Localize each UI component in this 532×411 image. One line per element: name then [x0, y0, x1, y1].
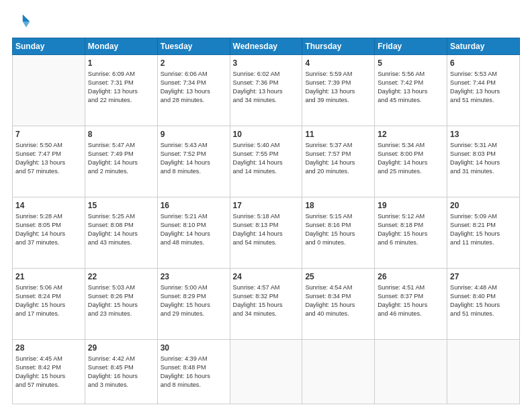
day-number: 18 [305, 200, 371, 211]
day-info: Sunrise: 4:39 AM Sunset: 8:48 PM Dayligh… [161, 355, 227, 390]
calendar-table: SundayMondayTuesdayWednesdayThursdayFrid… [12, 38, 520, 404]
day-info: Sunrise: 5:37 AM Sunset: 7:57 PM Dayligh… [305, 141, 371, 176]
calendar-cell: 19Sunrise: 5:12 AM Sunset: 8:18 PM Dayli… [375, 197, 447, 268]
day-number: 15 [88, 200, 154, 211]
calendar-cell: 6Sunrise: 5:53 AM Sunset: 7:44 PM Daylig… [447, 55, 520, 126]
day-number: 2 [161, 58, 227, 68]
calendar-cell: 28Sunrise: 4:45 AM Sunset: 8:42 PM Dayli… [13, 339, 85, 404]
day-number: 10 [233, 129, 300, 140]
day-info: Sunrise: 4:48 AM Sunset: 8:40 PM Dayligh… [450, 283, 517, 318]
day-number: 22 [88, 271, 154, 282]
calendar-cell: 14Sunrise: 5:28 AM Sunset: 8:05 PM Dayli… [13, 197, 85, 268]
day-number: 19 [378, 200, 444, 211]
day-info: Sunrise: 5:00 AM Sunset: 8:29 PM Dayligh… [161, 283, 227, 318]
day-number: 6 [450, 58, 517, 68]
day-info: Sunrise: 5:56 AM Sunset: 7:42 PM Dayligh… [378, 70, 444, 105]
calendar-cell: 26Sunrise: 4:51 AM Sunset: 8:37 PM Dayli… [375, 268, 447, 339]
day-info: Sunrise: 5:50 AM Sunset: 7:47 PM Dayligh… [15, 141, 82, 176]
week-row-1: 1Sunrise: 6:09 AM Sunset: 7:31 PM Daylig… [13, 55, 520, 126]
day-number: 28 [15, 342, 82, 353]
week-row-5: 28Sunrise: 4:45 AM Sunset: 8:42 PM Dayli… [13, 339, 520, 404]
svg-marker-1 [23, 21, 30, 28]
day-number: 30 [161, 342, 227, 353]
day-number: 17 [233, 200, 300, 211]
weekday-header-row: SundayMondayTuesdayWednesdayThursdayFrid… [13, 38, 520, 55]
day-info: Sunrise: 5:06 AM Sunset: 8:24 PM Dayligh… [15, 283, 82, 318]
calendar-cell: 25Sunrise: 4:54 AM Sunset: 8:34 PM Dayli… [302, 268, 375, 339]
calendar-cell [447, 339, 520, 404]
week-row-3: 14Sunrise: 5:28 AM Sunset: 8:05 PM Dayli… [13, 197, 520, 268]
day-info: Sunrise: 5:47 AM Sunset: 7:49 PM Dayligh… [88, 141, 154, 176]
calendar-cell: 29Sunrise: 4:42 AM Sunset: 8:45 PM Dayli… [85, 339, 157, 404]
day-number: 16 [161, 200, 227, 211]
day-number: 3 [233, 58, 300, 68]
calendar-cell: 24Sunrise: 4:57 AM Sunset: 8:32 PM Dayli… [230, 268, 302, 339]
calendar-cell: 16Sunrise: 5:21 AM Sunset: 8:10 PM Dayli… [157, 197, 230, 268]
weekday-header-friday: Friday [375, 38, 447, 55]
day-info: Sunrise: 4:42 AM Sunset: 8:45 PM Dayligh… [88, 355, 154, 390]
calendar-cell: 4Sunrise: 5:59 AM Sunset: 7:39 PM Daylig… [302, 55, 375, 126]
page: SundayMondayTuesdayWednesdayThursdayFrid… [0, 0, 532, 411]
day-info: Sunrise: 5:12 AM Sunset: 8:18 PM Dayligh… [378, 212, 444, 247]
calendar-cell: 18Sunrise: 5:15 AM Sunset: 8:16 PM Dayli… [302, 197, 375, 268]
day-info: Sunrise: 5:53 AM Sunset: 7:44 PM Dayligh… [450, 70, 517, 105]
weekday-header-saturday: Saturday [447, 38, 520, 55]
day-info: Sunrise: 5:15 AM Sunset: 8:16 PM Dayligh… [305, 212, 371, 247]
day-number: 4 [305, 58, 371, 68]
day-info: Sunrise: 4:54 AM Sunset: 8:34 PM Dayligh… [305, 283, 371, 318]
logo [12, 12, 34, 31]
day-number: 29 [88, 342, 154, 353]
day-number: 25 [305, 271, 371, 282]
day-number: 1 [88, 58, 154, 68]
weekday-header-wednesday: Wednesday [230, 38, 302, 55]
calendar-cell [13, 55, 85, 126]
week-row-2: 7Sunrise: 5:50 AM Sunset: 7:47 PM Daylig… [13, 126, 520, 197]
calendar-cell: 11Sunrise: 5:37 AM Sunset: 7:57 PM Dayli… [302, 126, 375, 197]
day-number: 27 [450, 271, 517, 282]
calendar-cell: 8Sunrise: 5:47 AM Sunset: 7:49 PM Daylig… [85, 126, 157, 197]
calendar-cell [230, 339, 302, 404]
day-info: Sunrise: 5:43 AM Sunset: 7:52 PM Dayligh… [161, 141, 227, 176]
day-info: Sunrise: 4:57 AM Sunset: 8:32 PM Dayligh… [233, 283, 300, 318]
calendar-cell: 3Sunrise: 6:02 AM Sunset: 7:36 PM Daylig… [230, 55, 302, 126]
calendar-cell: 30Sunrise: 4:39 AM Sunset: 8:48 PM Dayli… [157, 339, 230, 404]
day-number: 13 [450, 129, 517, 140]
day-number: 26 [378, 271, 444, 282]
day-info: Sunrise: 5:59 AM Sunset: 7:39 PM Dayligh… [305, 70, 371, 105]
weekday-header-sunday: Sunday [13, 38, 85, 55]
calendar-cell: 7Sunrise: 5:50 AM Sunset: 7:47 PM Daylig… [13, 126, 85, 197]
weekday-header-monday: Monday [85, 38, 157, 55]
calendar-cell: 17Sunrise: 5:18 AM Sunset: 8:13 PM Dayli… [230, 197, 302, 268]
calendar-cell: 27Sunrise: 4:48 AM Sunset: 8:40 PM Dayli… [447, 268, 520, 339]
header [12, 12, 520, 31]
day-info: Sunrise: 6:06 AM Sunset: 7:34 PM Dayligh… [161, 70, 227, 105]
day-number: 5 [378, 58, 444, 68]
day-number: 7 [15, 129, 82, 140]
day-number: 8 [88, 129, 154, 140]
day-info: Sunrise: 5:21 AM Sunset: 8:10 PM Dayligh… [161, 212, 227, 247]
day-info: Sunrise: 5:25 AM Sunset: 8:08 PM Dayligh… [88, 212, 154, 247]
day-info: Sunrise: 5:28 AM Sunset: 8:05 PM Dayligh… [15, 212, 82, 247]
calendar-cell: 22Sunrise: 5:03 AM Sunset: 8:26 PM Dayli… [85, 268, 157, 339]
day-info: Sunrise: 4:45 AM Sunset: 8:42 PM Dayligh… [15, 355, 82, 390]
day-number: 20 [450, 200, 517, 211]
calendar-cell: 5Sunrise: 5:56 AM Sunset: 7:42 PM Daylig… [375, 55, 447, 126]
weekday-header-thursday: Thursday [302, 38, 375, 55]
calendar-cell: 23Sunrise: 5:00 AM Sunset: 8:29 PM Dayli… [157, 268, 230, 339]
calendar-cell: 1Sunrise: 6:09 AM Sunset: 7:31 PM Daylig… [85, 55, 157, 126]
logo-icon [12, 12, 31, 31]
calendar-cell: 15Sunrise: 5:25 AM Sunset: 8:08 PM Dayli… [85, 197, 157, 268]
calendar-cell [302, 339, 375, 404]
svg-marker-0 [23, 15, 30, 22]
calendar-cell: 2Sunrise: 6:06 AM Sunset: 7:34 PM Daylig… [157, 55, 230, 126]
day-number: 14 [15, 200, 82, 211]
day-info: Sunrise: 5:09 AM Sunset: 8:21 PM Dayligh… [450, 212, 517, 247]
day-info: Sunrise: 6:09 AM Sunset: 7:31 PM Dayligh… [88, 70, 154, 105]
day-number: 21 [15, 271, 82, 282]
day-info: Sunrise: 5:03 AM Sunset: 8:26 PM Dayligh… [88, 283, 154, 318]
day-number: 23 [161, 271, 227, 282]
day-info: Sunrise: 5:34 AM Sunset: 8:00 PM Dayligh… [378, 141, 444, 176]
day-number: 11 [305, 129, 371, 140]
calendar-cell: 9Sunrise: 5:43 AM Sunset: 7:52 PM Daylig… [157, 126, 230, 197]
day-number: 12 [378, 129, 444, 140]
